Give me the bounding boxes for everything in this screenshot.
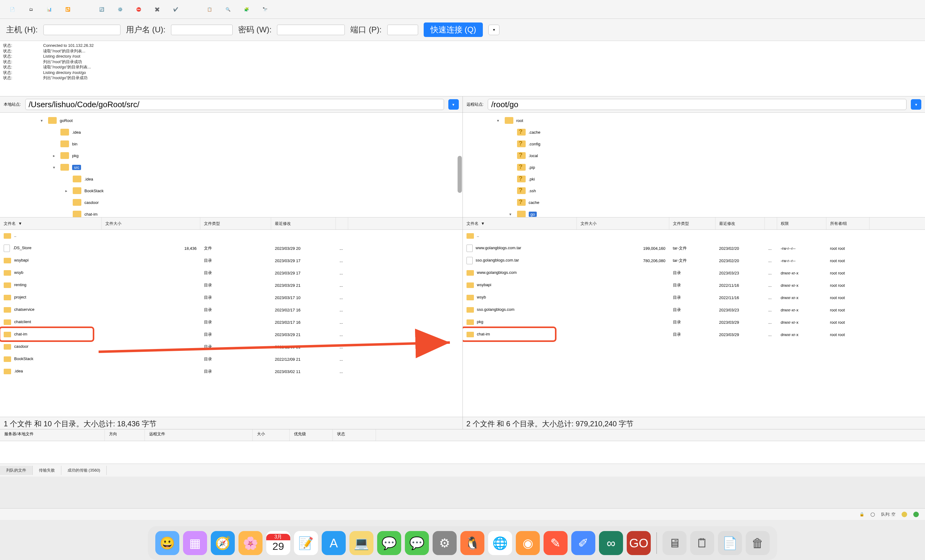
qcol-status[interactable]: 状态 (333, 429, 376, 441)
tree-node[interactable]: .local (464, 150, 924, 161)
scrollbar-thumb[interactable] (458, 156, 462, 193)
file-row[interactable]: project目录2023/03/17 10... (0, 291, 462, 304)
port-input[interactable] (387, 25, 418, 35)
col-filename[interactable]: 文件名 ▼ (0, 217, 102, 229)
filter-icon[interactable]: 🧩 (240, 3, 253, 15)
qcol-remote[interactable]: 远程文件 (145, 429, 253, 441)
dock-app-icon[interactable]: 💬 (377, 531, 401, 555)
dock-app-icon[interactable]: 😀 (155, 531, 179, 555)
panels-icon[interactable]: 🗂 (25, 3, 37, 15)
tree-node[interactable]: bin (1, 138, 461, 150)
tree-node[interactable]: ▸pkg (1, 150, 461, 161)
local-tree[interactable]: ▾goRoot.ideabin▸pkg▾src.idea▸BookStackca… (0, 113, 462, 217)
dock-app-icon[interactable]: 🗑 (746, 531, 770, 555)
binoculars-icon[interactable]: 🔭 (259, 3, 271, 15)
tree-node[interactable]: .ssh (464, 185, 924, 197)
dock-app-icon[interactable]: 🌸 (238, 531, 262, 555)
dock-app-icon[interactable]: 💬 (405, 531, 429, 555)
dock-app-icon[interactable]: ⚙ (432, 531, 456, 555)
dock-app-icon[interactable]: GO (627, 531, 651, 555)
tree-node[interactable]: ▸BookStack (1, 185, 461, 197)
file-row[interactable]: renting目录2023/03/29 21... (0, 279, 462, 291)
file-row[interactable]: .DS_Store18,436文件2023/03/29 20... (0, 242, 462, 254)
password-input[interactable] (277, 25, 345, 35)
tab-failed[interactable]: 传输失败 (33, 466, 61, 475)
list2-icon[interactable]: 📋 (203, 3, 216, 15)
dock-app-icon[interactable]: 🖥 (663, 531, 687, 555)
dock-app-icon[interactable]: ∞ (599, 531, 623, 555)
dock-app-icon[interactable]: 💻 (350, 531, 374, 555)
col-modified[interactable]: 最近修改 (716, 217, 765, 229)
tree-node[interactable]: .pki (464, 173, 924, 185)
tree-twisty-icon[interactable]: ▾ (507, 212, 514, 217)
file-row[interactable]: .. (0, 230, 462, 242)
tab-queued[interactable]: 列队的文件 (0, 466, 33, 475)
stop-icon[interactable]: ⛔ (133, 3, 145, 15)
remote-path-dropdown[interactable]: ▾ (911, 99, 921, 110)
file-row[interactable]: www.golangblogs.com目录2023/03/23...drwxr-… (463, 267, 925, 279)
local-path-input[interactable] (25, 99, 444, 110)
tree-node[interactable]: .idea (1, 126, 461, 138)
quickconnect-dropdown[interactable]: ▾ (488, 25, 499, 35)
dock-app-icon[interactable]: ◉ (516, 531, 540, 555)
dock-app-icon[interactable]: ▦ (183, 531, 207, 555)
dock-app-icon[interactable]: 📝 (294, 531, 318, 555)
settings2-icon[interactable]: ⚙️ (114, 3, 127, 15)
qcol-priority[interactable]: 优先级 (290, 429, 333, 441)
col-filesize[interactable]: 文件大小 (102, 217, 200, 229)
qcol-size[interactable]: 大小 (253, 429, 290, 441)
dock-app-icon[interactable]: 🗒 (690, 531, 714, 555)
col-modified[interactable]: 最近修改 (271, 217, 336, 229)
file-row[interactable]: sso.golangblogs.com目录2023/03/23...drwxr-… (463, 304, 925, 316)
tree-node[interactable]: .idea (1, 173, 461, 185)
tab-successful[interactable]: 成功的传输 (3560) (61, 466, 107, 475)
col-filename[interactable]: 文件名 ▼ (463, 217, 577, 229)
refresh-icon[interactable]: 🔄 (95, 3, 108, 15)
col-more[interactable] (765, 217, 777, 229)
file-row[interactable]: www.golangblogs.com.tar199,004,160tar-文件… (463, 242, 925, 254)
qcol-direction[interactable]: 方向 (105, 429, 145, 441)
view-icon[interactable]: 🔍 (222, 3, 234, 15)
tree-node[interactable]: .cache (464, 126, 924, 138)
qcol-server[interactable]: 服务器/本地文件 (0, 429, 105, 441)
col-more[interactable] (336, 217, 348, 229)
tree-node[interactable]: cache (464, 197, 924, 208)
dock-app-icon[interactable]: 3月29 (266, 531, 290, 555)
local-path-dropdown[interactable]: ▾ (448, 99, 459, 110)
dock-app-icon[interactable]: ✐ (571, 531, 595, 555)
tree-twisty-icon[interactable]: ▾ (51, 165, 57, 170)
dock-app-icon[interactable]: 🧭 (211, 531, 235, 555)
tree-node[interactable]: .config (464, 138, 924, 150)
file-row[interactable]: .. (463, 230, 925, 242)
file-row[interactable]: wsyb目录2023/03/29 17... (0, 267, 462, 279)
tree-twisty-icon[interactable]: ▾ (38, 118, 45, 123)
quickconnect-button[interactable]: 快速连接 (Q) (424, 23, 483, 37)
file-row[interactable]: chatservice目录2023/02/17 16... (0, 304, 462, 316)
host-input[interactable] (44, 25, 121, 35)
tree-node[interactable]: ▾root (464, 114, 924, 126)
file-row[interactable]: chat-im目录2023/03/29...drwxr-xr-xroot roo… (463, 328, 925, 341)
dock-app-icon[interactable]: ✎ (544, 531, 568, 555)
col-filetype[interactable]: 文件类型 (200, 217, 271, 229)
cancel-icon[interactable]: ✖️ (151, 3, 163, 15)
remote-path-input[interactable] (488, 99, 907, 110)
col-filesize[interactable]: 文件大小 (577, 217, 669, 229)
tree-node[interactable]: ▾goRoot (1, 114, 461, 126)
col-permissions[interactable]: 权限 (777, 217, 826, 229)
col-owner[interactable]: 所有者/组 (826, 217, 869, 229)
dock-app-icon[interactable]: A (322, 531, 346, 555)
file-row[interactable]: sso.golangblogs.com.tar780,206,080tar-文件… (463, 254, 925, 267)
file-row[interactable]: chat-im目录2023/03/29 21... (0, 328, 462, 341)
columns-icon[interactable]: 📊 (43, 3, 56, 15)
remote-tree[interactable]: ▾root.cache.config.local.pip.pki.sshcach… (463, 113, 925, 217)
file-row[interactable]: wsyb目录2022/11/16...drwxr-xr-xroot root (463, 291, 925, 304)
user-input[interactable] (171, 25, 233, 35)
tree-twisty-icon[interactable]: ▸ (51, 154, 57, 158)
dock-app-icon[interactable]: 🐧 (460, 531, 484, 555)
tree-twisty-icon[interactable]: ▸ (63, 188, 69, 193)
tree-node[interactable]: ▾src (1, 161, 461, 173)
file-row[interactable]: .idea目录2023/03/02 11... (0, 365, 462, 378)
dock-app-icon[interactable]: 📄 (718, 531, 742, 555)
doc-icon[interactable]: 📄 (6, 3, 18, 15)
check-icon[interactable]: ✔️ (169, 3, 182, 15)
